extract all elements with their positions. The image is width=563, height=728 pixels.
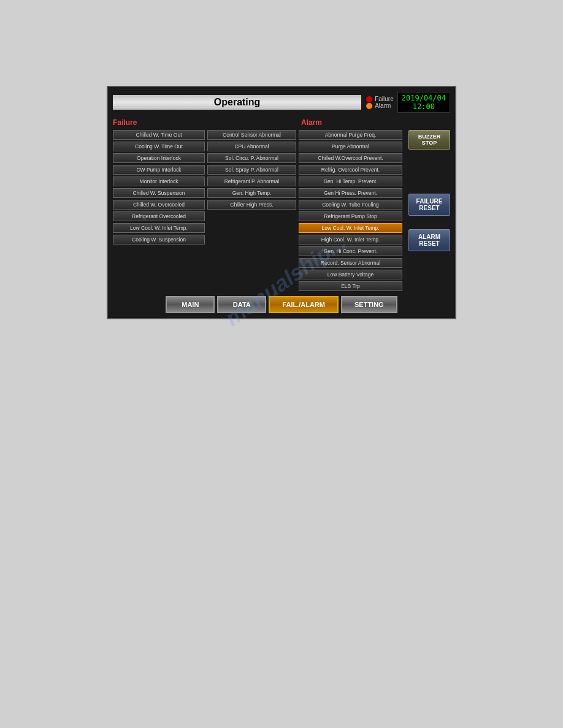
datetime-block: 2019/04/0412:00	[397, 92, 450, 113]
alarm-section-label: Alarm	[301, 118, 322, 127]
status-title: Operating	[113, 95, 361, 110]
failure-item-4[interactable]: Monitor Interlock	[113, 176, 205, 186]
alarm-dot	[366, 103, 372, 109]
alarm-item-0[interactable]: Abnormal Purge Freq.	[299, 130, 402, 140]
nav-setting-button[interactable]: SETTING	[341, 296, 397, 313]
failure-indicator-label: Failure	[375, 96, 394, 102]
alarm-item-5[interactable]: Gen Hi Press. Prevent.	[299, 188, 402, 198]
alarm-item-1[interactable]: Purge Abnormal	[299, 142, 402, 151]
content-area: Chilled W. Time Out Cooling W. Time Out …	[113, 130, 450, 291]
failure-dot	[366, 96, 372, 102]
sol-item-4[interactable]: Refrigerant P. Abnormal	[207, 176, 296, 186]
sol-item-0[interactable]: Control Sensor Abnormal	[207, 130, 296, 140]
nav-failalarm-button[interactable]: FAIL./ALARM	[269, 296, 339, 313]
failure-column: Chilled W. Time Out Cooling W. Time Out …	[113, 130, 205, 291]
failure-item-9[interactable]: Cooling W. Suspension	[113, 235, 205, 245]
failure-item-5[interactable]: Chilled W. Suspension	[113, 188, 205, 198]
alarm-item-9[interactable]: High Cool. W. Inlet Temp.	[299, 235, 402, 245]
alarm-indicator-label: Alarm	[375, 102, 391, 109]
alarm-item-12[interactable]: Low Battery Voltage	[299, 270, 402, 279]
failure-section-label: Failure	[113, 118, 137, 127]
failure-item-2[interactable]: Operation Interlock	[113, 153, 205, 163]
buzzer-stop-button[interactable]: BUZZERSTOP	[408, 130, 450, 150]
indicator-block: Failure Alarm	[366, 96, 394, 109]
sol-column: Control Sensor Abnormal CPU Abnormal Sol…	[207, 130, 296, 291]
alarm-item-2[interactable]: Chilled W.Overcool Prevent.	[299, 153, 402, 163]
main-panel: Operating Failure Alarm 2019/04/0412:00 …	[107, 86, 456, 319]
sol-item-6[interactable]: Chiller High Press.	[207, 200, 296, 210]
alarm-indicator: Alarm	[366, 102, 391, 109]
bottom-nav: MAIN DATA FAIL./ALARM SETTING	[113, 296, 450, 313]
alarm-item-10[interactable]: Gen. Hi Conc. Prevent.	[299, 246, 402, 256]
sol-item-5[interactable]: Gen. High Temp.	[207, 188, 296, 198]
failure-item-1[interactable]: Cooling W. Time Out	[113, 142, 205, 151]
alarm-item-11[interactable]: Record. Sensor Abnormal	[299, 258, 402, 268]
failure-item-7[interactable]: Refrigerant Overcooled	[113, 211, 205, 221]
sol-item-3[interactable]: Sol. Spray P. Abnormal	[207, 165, 296, 175]
alarm-reset-button[interactable]: ALARMRESET	[408, 229, 450, 251]
nav-data-button[interactable]: DATA	[217, 296, 266, 313]
alarm-item-7[interactable]: Refrigerant Pump Stop	[299, 211, 402, 221]
failure-item-0[interactable]: Chilled W. Time Out	[113, 130, 205, 140]
alarm-item-6[interactable]: Cooling W. Tube Fouling	[299, 200, 402, 210]
alarm-column: Abnormal Purge Freq. Purge Abnormal Chil…	[299, 130, 402, 291]
section-headers: Failure Alarm	[113, 116, 450, 127]
header-row: Operating Failure Alarm 2019/04/0412:00	[113, 92, 450, 113]
alarm-item-8-active[interactable]: Low Cool. W. Inlet Temp.	[299, 223, 402, 233]
failure-reset-button[interactable]: FAILURERESET	[408, 194, 450, 216]
nav-main-button[interactable]: MAIN	[166, 296, 215, 313]
alarm-item-13[interactable]: ELB Trp	[299, 281, 402, 291]
failure-indicator: Failure	[366, 96, 394, 102]
sol-item-1[interactable]: CPU Abnormal	[207, 142, 296, 151]
side-buttons: BUZZERSTOP FAILURERESET ALARMRESET	[408, 130, 450, 291]
sol-item-2[interactable]: Sol. Circu. P. Abnormal	[207, 153, 296, 163]
alarm-item-4[interactable]: Gen. Hi Temp. Prevent.	[299, 176, 402, 186]
failure-item-6[interactable]: Chilled W. Overcooled	[113, 200, 205, 210]
alarm-item-3[interactable]: Refrig. Overcool Prevent.	[299, 165, 402, 175]
failure-item-8[interactable]: Low Cool. W. Inlet Temp.	[113, 223, 205, 233]
failure-item-3[interactable]: CW Pump Interlock	[113, 165, 205, 175]
